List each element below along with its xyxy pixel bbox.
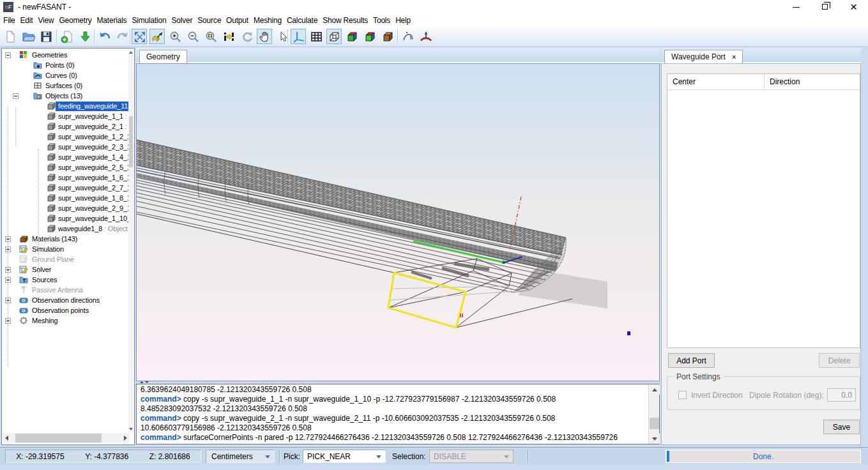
open-button[interactable] bbox=[20, 29, 36, 44]
menu-materials[interactable]: Materials bbox=[95, 14, 130, 27]
menu-meshing[interactable]: Meshing bbox=[251, 14, 284, 27]
menu-source[interactable]: Source bbox=[195, 14, 224, 27]
rotate-view-button[interactable] bbox=[239, 29, 254, 44]
tree-item-curves[interactable]: Curves (0) bbox=[2, 71, 132, 81]
menu-geometry[interactable]: Geometry bbox=[56, 14, 94, 27]
axes-button[interactable] bbox=[291, 29, 306, 44]
tree-item-simulation[interactable]: Simulation bbox=[2, 245, 132, 255]
save-button[interactable] bbox=[38, 29, 54, 44]
tree-item-supr-waveguide-2-7-1[interactable]: supr_waveguide_2_7_1 : bbox=[2, 183, 132, 193]
command-console[interactable]: 6.3639624049180785 -2.121320343559726 0.… bbox=[136, 384, 660, 444]
waveguide-port-panel: Center Direction Add Port Delete Port Se… bbox=[661, 63, 861, 445]
column-header-center[interactable]: Center bbox=[667, 74, 765, 90]
tree-item-waveguide1-8[interactable]: waveguide1_8 : Object bbox=[2, 224, 132, 234]
add-port-button[interactable]: Add Port bbox=[668, 353, 715, 368]
tree-horizontal-scrollbar[interactable] bbox=[3, 433, 130, 443]
wireframe-cube-button[interactable] bbox=[326, 29, 342, 44]
solid-cube-red-icon bbox=[346, 30, 360, 44]
tree-item-supr-waveguide-1-8-1[interactable]: supr_waveguide_1_8_1 : bbox=[2, 193, 132, 204]
meshing-gear-icon bbox=[19, 316, 28, 325]
pick-3d-button[interactable] bbox=[149, 29, 165, 44]
save-port-button[interactable]: Save bbox=[823, 420, 860, 434]
menu-output[interactable]: Output bbox=[224, 14, 251, 27]
tree-item-geometries[interactable]: Geometries bbox=[2, 50, 132, 61]
menu-file[interactable]: File bbox=[1, 14, 18, 27]
import-button[interactable] bbox=[77, 29, 93, 44]
menu-edit[interactable]: Edit bbox=[18, 14, 36, 27]
collapse-expander-icon[interactable] bbox=[5, 52, 11, 58]
menu-bar: File Edit View Geometry Materials Simula… bbox=[0, 14, 868, 27]
tree-item-observation-points[interactable]: Observation points bbox=[2, 306, 132, 316]
solid-cube-red-button[interactable] bbox=[344, 29, 360, 44]
delete-button[interactable]: Delete bbox=[819, 353, 860, 368]
tree-item-supr-waveguide-1-6-1[interactable]: supr_waveguide_1_6_1 : bbox=[2, 173, 132, 183]
menu-simulation[interactable]: Simulation bbox=[129, 14, 169, 27]
tree-item-ground-plane[interactable]: Ground Plane bbox=[2, 255, 132, 265]
tree-item-surfaces[interactable]: Surfaces (0) bbox=[2, 81, 132, 91]
add-geometry-button[interactable] bbox=[59, 29, 75, 44]
tree-item-solver[interactable]: Solver bbox=[2, 265, 132, 275]
surface-normal-button[interactable] bbox=[418, 29, 433, 44]
column-header-direction[interactable]: Direction bbox=[765, 74, 860, 90]
new-file-button[interactable] bbox=[3, 29, 18, 44]
tree-item-objects[interactable]: Objects (13) bbox=[2, 91, 132, 102]
redo-button[interactable] bbox=[114, 29, 130, 44]
tree-item-supr-waveguide-1-1[interactable]: supr_waveguide_1_1 : O bbox=[2, 112, 132, 122]
zoom-window-button[interactable] bbox=[203, 29, 218, 44]
console-vertical-scrollbar[interactable] bbox=[648, 384, 659, 444]
solid-cube-brown-button[interactable] bbox=[380, 29, 395, 44]
invert-direction-checkbox[interactable] bbox=[678, 391, 687, 399]
tree-item-supr-waveguide-2-5-1[interactable]: supr_waveguide_2_5_1 : bbox=[2, 163, 132, 173]
objects-folder-icon bbox=[33, 91, 42, 100]
solid-cube-green-icon bbox=[363, 30, 377, 44]
invert-direction-label: Invert Direction bbox=[691, 391, 743, 400]
tree-item-supr-waveguide-2-3-1[interactable]: supr_waveguide_2_3_1 : bbox=[2, 142, 132, 153]
close-tab-icon[interactable]: × bbox=[732, 53, 736, 61]
tree-item-observation-directions[interactable]: Observation directions bbox=[2, 296, 132, 306]
coordinates-field: X: -29.319575 Y: -4.377836 Z: 2.801686 bbox=[5, 450, 201, 463]
zoom-in-button[interactable] bbox=[167, 29, 183, 44]
menu-show-results[interactable]: Show Results bbox=[320, 14, 370, 27]
tree-item-meshing[interactable]: Meshing bbox=[2, 316, 132, 326]
tree-item-sources[interactable]: Sources bbox=[2, 275, 132, 285]
save-icon bbox=[40, 30, 54, 44]
grid-button[interactable] bbox=[308, 29, 324, 44]
tree-item-supr-waveguide-1-4-1[interactable]: supr_waveguide_1_4_1 : bbox=[2, 153, 132, 163]
console-line: command> copy -s supr_waveguide_1_1 -n s… bbox=[141, 395, 645, 404]
menu-solver[interactable]: Solver bbox=[169, 14, 195, 27]
tab-waveguide-port[interactable]: Waveguide Port× bbox=[664, 50, 743, 63]
selection-dropdown[interactable]: DISABLE bbox=[429, 450, 514, 463]
pan-hand-button[interactable] bbox=[257, 29, 272, 44]
console-line: 10.606603779156986 -2.121320343559726 0.… bbox=[141, 423, 645, 433]
tree-item-supr-waveguide-1-10-1[interactable]: supr_waveguide_1_10_1 bbox=[2, 214, 132, 224]
fit-view-button[interactable] bbox=[132, 29, 147, 44]
swap-view-button[interactable] bbox=[221, 29, 236, 44]
solid-cube-green-button[interactable] bbox=[362, 29, 377, 44]
ports-table[interactable]: Center Direction bbox=[667, 73, 860, 348]
tree-item-passive-antenna[interactable]: Passive Antenna bbox=[2, 285, 132, 296]
tab-geometry[interactable]: Geometry bbox=[139, 50, 187, 63]
menu-tools[interactable]: Tools bbox=[370, 14, 393, 27]
menu-calculate[interactable]: Calculate bbox=[284, 14, 320, 27]
menu-help[interactable]: Help bbox=[393, 14, 413, 27]
tree-vertical-scrollbar[interactable] bbox=[128, 49, 133, 432]
collapse-expander-icon[interactable] bbox=[13, 93, 19, 99]
dipole-rotation-input[interactable]: 0.0 bbox=[827, 388, 856, 402]
curve-tool-button[interactable] bbox=[400, 29, 415, 44]
undo-button[interactable] bbox=[96, 29, 112, 44]
tree-item-supr-waveguide-2-9-1[interactable]: supr_waveguide_2_9_1 : bbox=[2, 204, 132, 214]
geometry-viewport[interactable] bbox=[136, 63, 660, 381]
units-dropdown[interactable]: Centimeters bbox=[206, 450, 275, 463]
tree-item-points[interactable]: Points (0) bbox=[2, 61, 132, 71]
tree-item-feeding-waveguide[interactable]: feeding_waveguide_11 : bbox=[2, 102, 132, 112]
tree-item-supr-waveguide-2-1[interactable]: supr_waveguide_2_1 : O bbox=[2, 122, 132, 132]
minimize-button[interactable] bbox=[782, 0, 811, 14]
pan-hand-icon bbox=[258, 30, 272, 44]
restore-button[interactable] bbox=[811, 0, 839, 14]
tree-item-materials[interactable]: Materials (143) bbox=[2, 234, 132, 245]
menu-view[interactable]: View bbox=[35, 14, 56, 27]
zoom-out-button[interactable] bbox=[185, 29, 201, 44]
close-button[interactable]: × bbox=[839, 0, 868, 14]
tree-item-supr-waveguide-1-2-1[interactable]: supr_waveguide_1_2_1 : bbox=[2, 132, 132, 142]
pick-mode-dropdown[interactable]: PICK_NEAR bbox=[303, 450, 386, 463]
